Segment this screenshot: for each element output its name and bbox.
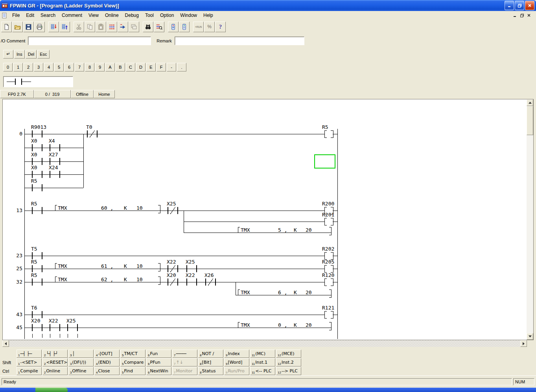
- fkey-f-2[interactable]: 2└┤ ├┘: [42, 350, 68, 358]
- fkey-ctrl-11[interactable]: 11<-- PLC: [250, 367, 275, 375]
- restore-button[interactable]: [515, 1, 524, 10]
- fkey-ctrl-8[interactable]: 8Status: [198, 367, 223, 375]
- hex-key-9[interactable]: 9: [95, 63, 105, 71]
- fkey-ctrl-4[interactable]: 4Close: [94, 367, 120, 375]
- menu-file[interactable]: File: [9, 12, 23, 19]
- scroll-down-button[interactable]: [527, 333, 533, 340]
- fkey-shift-4[interactable]: 4(END): [94, 358, 120, 366]
- escape-key-button[interactable]: Esc: [37, 50, 49, 59]
- doc-close-button[interactable]: [525, 13, 532, 18]
- fkey-shift-9[interactable]: 9[Word]: [224, 358, 249, 366]
- delete-key-button[interactable]: Del: [26, 50, 37, 59]
- scroll-right-button[interactable]: [520, 340, 527, 347]
- fkey-shift-11[interactable]: 11Inst.1: [250, 358, 275, 366]
- fkey-ctrl-12[interactable]: 12--> PLC: [276, 367, 301, 375]
- fkey-ctrl-3[interactable]: 3Offline: [68, 367, 94, 375]
- vertical-scrollbar[interactable]: [527, 99, 533, 340]
- doc-minimize-button[interactable]: [511, 13, 518, 18]
- fkey-f-3[interactable]: 3│: [68, 350, 94, 358]
- nc-contact: X22: [167, 259, 178, 272]
- help-button[interactable]: ?: [215, 22, 226, 32]
- remark-input[interactable]: [175, 37, 304, 45]
- findhex-button[interactable]: [154, 22, 164, 32]
- menu-comment[interactable]: Comment: [59, 12, 85, 19]
- hex-key-8[interactable]: 8: [85, 63, 94, 71]
- fkey-ctrl-2[interactable]: 2Online: [42, 367, 68, 375]
- fkey-f-7[interactable]: 7────: [172, 350, 197, 358]
- fkey-shift-2[interactable]: 2<RESET>: [42, 358, 68, 366]
- hex-key-2[interactable]: 2: [24, 63, 33, 71]
- hex-key-period[interactable]: .: [177, 63, 186, 71]
- hex-key-1[interactable]: 1: [13, 63, 23, 71]
- fkey-f-11[interactable]: 11(MC): [250, 350, 275, 358]
- new-button[interactable]: [1, 22, 12, 32]
- binhex-button[interactable]: [107, 22, 117, 32]
- fkey-f-8[interactable]: 8NOT /: [198, 350, 223, 358]
- plcmode-button[interactable]: [179, 22, 190, 32]
- hex-key-minus[interactable]: -: [167, 63, 176, 71]
- insert-key-button[interactable]: Ins: [14, 50, 25, 59]
- hex-key-0[interactable]: 0: [3, 63, 13, 71]
- fkey-f-4[interactable]: 4-[OUT]: [94, 350, 120, 358]
- menu-view[interactable]: View: [85, 12, 102, 19]
- fkey-shift-8[interactable]: 8[Bit]: [198, 358, 223, 366]
- menu-search[interactable]: Search: [37, 12, 59, 19]
- scroll-left-button[interactable]: [2, 340, 9, 347]
- menu-option[interactable]: Option: [157, 12, 177, 19]
- hex-key-3[interactable]: 3: [34, 63, 43, 71]
- hex-key-7[interactable]: 7: [75, 63, 84, 71]
- fkey-shift-1[interactable]: 1-<SET>: [17, 358, 42, 366]
- enter-key-button[interactable]: ↵: [3, 50, 13, 59]
- jump-button[interactable]: [118, 22, 128, 32]
- find-button[interactable]: [143, 22, 153, 32]
- menu-online[interactable]: Online: [102, 12, 122, 19]
- menu-window[interactable]: Window: [177, 12, 200, 19]
- no-contact: T5: [31, 246, 42, 259]
- hex-key-c[interactable]: C: [126, 63, 135, 71]
- fkey-shift-6[interactable]: 6PFun: [146, 358, 171, 366]
- open-button[interactable]: [12, 22, 23, 32]
- fkey-f-6[interactable]: 6Fun: [146, 350, 171, 358]
- upload-button[interactable]: [59, 22, 70, 32]
- hex-key-5[interactable]: 5: [54, 63, 64, 71]
- doc-restore-button[interactable]: [518, 13, 525, 18]
- horizontal-scroll-track[interactable]: [9, 340, 520, 347]
- step-number: 25: [16, 266, 22, 271]
- menu-help[interactable]: Help: [200, 12, 216, 19]
- restore-icon: [518, 4, 522, 8]
- hex-key-6[interactable]: 6: [64, 63, 74, 71]
- minimize-button[interactable]: [505, 1, 514, 10]
- print-button[interactable]: [34, 22, 45, 32]
- horizontal-scrollbar[interactable]: [2, 340, 534, 347]
- menu-debug[interactable]: Debug: [122, 12, 142, 19]
- fkey-f-1[interactable]: 1─┤ ├─: [17, 350, 42, 358]
- hex-key-f[interactable]: F: [157, 63, 166, 71]
- hex-key-a[interactable]: A: [105, 63, 115, 71]
- fkey-shift-3[interactable]: 3(DF(/)): [68, 358, 94, 366]
- fkey-ctrl-5[interactable]: 5Find: [120, 367, 146, 375]
- scroll-up-button[interactable]: [527, 99, 533, 106]
- ladder-diagram[interactable]: 0R9013T0R5X0X4X0X27X0X24R513R5TMX60 ,K10…: [3, 99, 527, 340]
- ladder-editor[interactable]: 0R9013T0R5X0X4X0X27X0X24R513R5TMX60 ,K10…: [2, 99, 534, 340]
- vertical-scroll-thumb[interactable]: [527, 106, 533, 135]
- fkey-f-5[interactable]: 5TM/CT: [120, 350, 146, 358]
- fkey-ctrl-1[interactable]: 1Compile: [17, 367, 42, 375]
- fkey-shift-12[interactable]: 12Inst.2: [276, 358, 301, 366]
- io-comment-input[interactable]: [28, 37, 151, 45]
- menu-tool[interactable]: Tool: [142, 12, 157, 19]
- svg-text:K: K: [294, 227, 297, 233]
- hex-key-e[interactable]: E: [146, 63, 156, 71]
- fkey-shift-5[interactable]: 5Compare: [120, 358, 146, 366]
- hex-key-d[interactable]: D: [136, 63, 146, 71]
- fkey-ctrl-6[interactable]: 6NextWin: [146, 367, 171, 375]
- hex-key-b[interactable]: B: [116, 63, 125, 71]
- selection-cursor[interactable]: [315, 155, 335, 168]
- hex-key-4[interactable]: 4: [44, 63, 53, 71]
- menu-edit[interactable]: Edit: [23, 12, 37, 19]
- save-button[interactable]: [23, 22, 34, 32]
- fkey-f-9[interactable]: 9Index: [224, 350, 249, 358]
- download-button[interactable]: [48, 22, 59, 32]
- fkey-f-12[interactable]: 12(MCE): [276, 350, 301, 358]
- close-button[interactable]: [525, 1, 534, 10]
- plcstatus-button[interactable]: [168, 22, 179, 32]
